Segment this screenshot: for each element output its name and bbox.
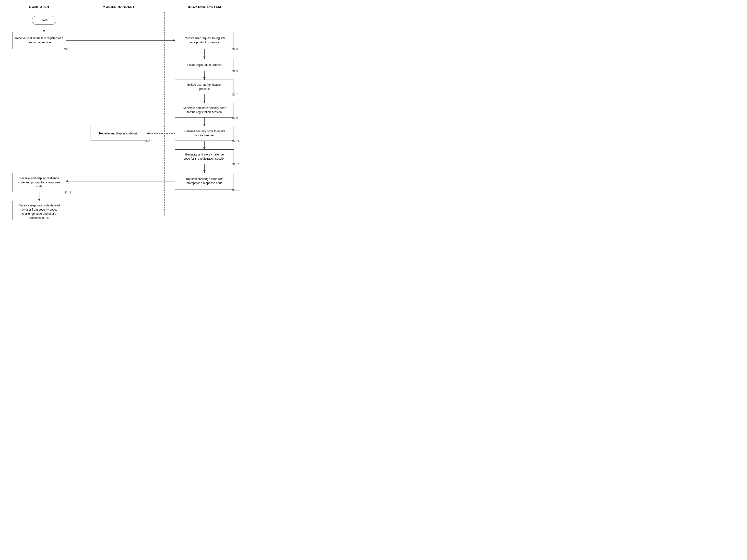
node-s2-19: Receive and display challengecode and pr… (12, 173, 66, 192)
node-s2-3: Receive user request to registerfor a pr… (175, 32, 234, 49)
start-node: START (32, 16, 56, 25)
divider-right (164, 12, 164, 215)
step-s2-9: S2-9 (232, 116, 238, 119)
lane-header-backend: BACKEND SYSTEM (175, 5, 234, 8)
step-s2-7: S2-7 (232, 93, 238, 96)
step-s2-19: S2-19 (64, 191, 71, 194)
step-s2-11: S2-11 (232, 139, 239, 143)
step-s2-17: S2-17 (232, 188, 239, 192)
node-s2-11: Transmit security code to user'smobile h… (175, 126, 234, 141)
node-s2-17: Transmit challenge code withprompt for a… (175, 173, 234, 190)
node-s2-15: Generate and store challengecode for the… (175, 149, 234, 164)
node-s2-13: Receive and display code grid (91, 126, 147, 141)
node-s2-1: Receive user request to register for a p… (12, 32, 66, 49)
node-s2-9: Generate and store security codefor the … (175, 103, 234, 118)
lane-header-computer: COMPUTER (12, 5, 66, 8)
node-s2-7: Initiate user authenticationprocess (175, 80, 234, 94)
node-s2-5: Initiate registration process (175, 59, 234, 71)
divider-left (86, 12, 86, 215)
lane-header-mobile: MOBILE HANDSET (91, 5, 147, 8)
node-s2-21: Receive response code derivedby user fro… (12, 201, 66, 220)
step-s2-13: S2-13 (145, 139, 152, 143)
step-s2-5: S2-5 (232, 70, 238, 73)
step-s2-15: S2-15 (232, 163, 239, 166)
diagram-container: COMPUTER MOBILE HANDSET BACKEND SYSTEM (5, 5, 240, 215)
step-s2-1: S2-1 (64, 48, 70, 51)
step-s2-3: S2-3 (232, 48, 238, 51)
